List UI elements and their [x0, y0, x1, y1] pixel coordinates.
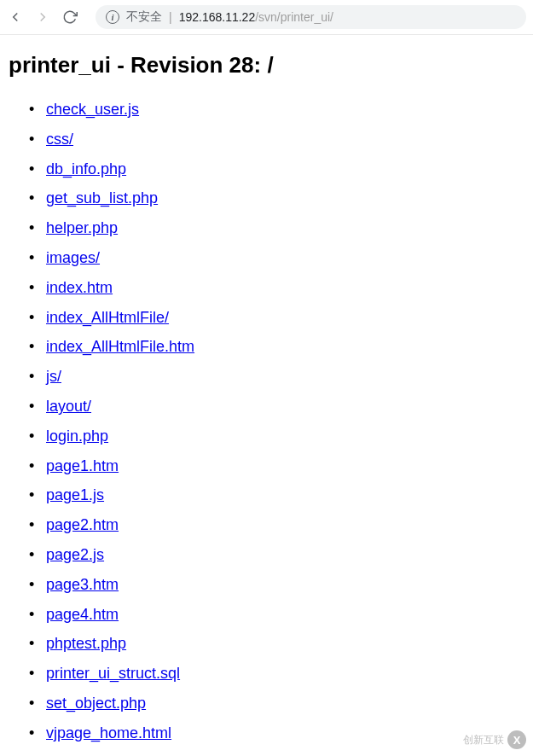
list-item: vjpage_home.html: [46, 721, 524, 746]
file-link[interactable]: page1.js: [46, 486, 104, 503]
list-item: page1.js: [46, 483, 524, 508]
list-item: js/: [46, 364, 524, 389]
list-item: check_user.js: [46, 97, 524, 122]
watermark-badge: X: [507, 730, 526, 749]
browser-toolbar: i 不安全 | 192.168.11.22/svn/printer_ui/: [0, 0, 533, 35]
file-link[interactable]: check_user.js: [46, 101, 139, 118]
list-item: helper.php: [46, 216, 524, 241]
list-item: set_object.php: [46, 691, 524, 716]
list-item: index.htm: [46, 276, 524, 300]
file-link[interactable]: layout/: [46, 398, 91, 415]
info-icon[interactable]: i: [106, 10, 119, 24]
file-link[interactable]: index_AllHtmlFile/: [46, 309, 169, 326]
file-link[interactable]: js/: [46, 368, 61, 385]
divider: |: [169, 10, 172, 24]
forward-button[interactable]: [34, 9, 51, 26]
list-item: page4.htm: [46, 602, 524, 627]
list-item: page1.htm: [46, 454, 524, 479]
file-link[interactable]: helper.php: [46, 219, 118, 236]
file-link[interactable]: page3.htm: [46, 576, 119, 593]
file-link[interactable]: phptest.php: [46, 635, 126, 652]
file-link[interactable]: page2.htm: [46, 516, 119, 533]
list-item: layout/: [46, 394, 524, 419]
back-button[interactable]: [7, 9, 24, 26]
list-item: css/: [46, 127, 524, 152]
file-link[interactable]: get_sub_list.php: [46, 189, 158, 206]
watermark: 创新互联 X: [463, 730, 526, 749]
list-item: phptest.php: [46, 631, 524, 656]
file-link[interactable]: db_info.php: [46, 160, 126, 177]
url-text: 192.168.11.22/svn/printer_ui/: [179, 10, 333, 24]
url-host: 192.168.11.22: [179, 10, 256, 24]
file-link[interactable]: index.htm: [46, 279, 113, 296]
list-item: get_sub_list.php: [46, 186, 524, 211]
page-content: printer_ui - Revision 28: / check_user.j…: [0, 35, 533, 756]
file-link[interactable]: css/: [46, 131, 73, 148]
page-title: printer_ui - Revision 28: /: [9, 52, 524, 79]
list-item: page2.htm: [46, 513, 524, 538]
url-path: /svn/printer_ui/: [255, 10, 333, 24]
file-link[interactable]: page4.htm: [46, 606, 119, 623]
list-item: images/: [46, 246, 524, 270]
file-link[interactable]: login.php: [46, 427, 108, 445]
security-label: 不安全: [126, 9, 162, 25]
list-item: printer_ui_struct.sql: [46, 661, 524, 686]
file-list: check_user.jscss/db_info.phpget_sub_list…: [9, 97, 524, 746]
list-item: db_info.php: [46, 157, 524, 182]
list-item: index_AllHtmlFile/: [46, 305, 524, 330]
watermark-text: 创新互联: [463, 733, 504, 747]
file-link[interactable]: page1.htm: [46, 457, 119, 474]
file-link[interactable]: index_AllHtmlFile.htm: [46, 338, 194, 355]
list-item: page3.htm: [46, 573, 524, 597]
file-link[interactable]: images/: [46, 249, 100, 266]
file-link[interactable]: set_object.php: [46, 695, 146, 712]
list-item: login.php: [46, 424, 524, 449]
file-link[interactable]: printer_ui_struct.sql: [46, 665, 180, 682]
file-link[interactable]: page2.js: [46, 546, 104, 563]
file-link[interactable]: vjpage_home.html: [46, 724, 171, 741]
list-item: index_AllHtmlFile.htm: [46, 334, 524, 359]
reload-button[interactable]: [61, 9, 78, 26]
list-item: page2.js: [46, 543, 524, 567]
address-bar[interactable]: i 不安全 | 192.168.11.22/svn/printer_ui/: [96, 5, 526, 29]
